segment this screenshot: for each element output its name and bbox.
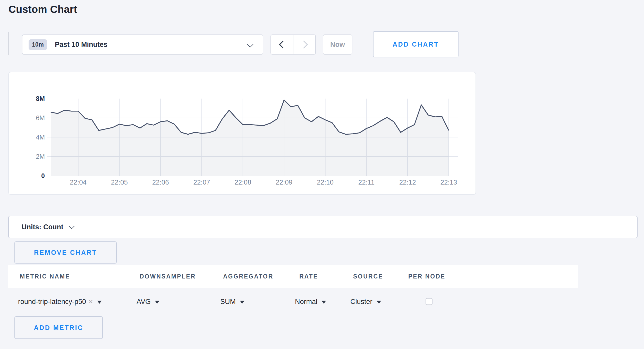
svg-text:8M: 8M (36, 95, 45, 102)
page-title: Custom Chart (9, 4, 77, 15)
svg-text:2M: 2M (36, 153, 45, 160)
aggregator-value: SUM (220, 298, 236, 306)
caret-down-icon (321, 301, 326, 304)
svg-text:22:07: 22:07 (193, 178, 210, 186)
svg-text:6M: 6M (36, 114, 45, 121)
metric-area-chart[interactable]: 02M4M6M8M22:0422:0522:0622:0722:0822:092… (9, 72, 476, 194)
source-dropdown[interactable]: Cluster (350, 290, 381, 313)
time-window-label: Past 10 Minutes (55, 41, 107, 49)
svg-text:22:09: 22:09 (276, 178, 292, 186)
per-node-checkbox[interactable] (426, 298, 433, 305)
column-header-source: SOURCE (353, 265, 383, 288)
downsampler-dropdown[interactable]: AVG (137, 290, 159, 313)
time-window-select[interactable]: 10m Past 10 Minutes (22, 34, 263, 55)
rate-value: Normal (295, 298, 317, 306)
aggregator-dropdown[interactable]: SUM (220, 290, 244, 313)
time-pager (270, 34, 316, 55)
chevron-left-icon (279, 40, 287, 48)
custom-chart-page: Custom Chart 10m Past 10 Minutes Now ADD… (0, 0, 644, 349)
svg-text:0: 0 (41, 172, 45, 179)
rate-dropdown[interactable]: Normal (295, 290, 326, 313)
chevron-down-icon (247, 41, 253, 47)
chevron-down-icon (69, 223, 75, 229)
caret-down-icon (377, 301, 381, 304)
caret-down-icon (155, 301, 159, 304)
column-header-metric-name: METRIC NAME (20, 265, 70, 288)
time-next-button[interactable] (293, 35, 315, 54)
svg-text:22:11: 22:11 (358, 178, 375, 186)
chart-card: 02M4M6M8M22:0422:0522:0622:0722:0822:092… (8, 72, 476, 195)
remove-chart-button[interactable]: REMOVE CHART (14, 241, 117, 264)
column-header-rate: RATE (299, 265, 318, 288)
units-label: Units: Count (22, 223, 63, 231)
add-metric-button[interactable]: ADD METRIC (14, 316, 103, 339)
units-select[interactable]: Units: Count (8, 216, 638, 238)
caret-down-icon (240, 301, 244, 304)
time-prev-button[interactable] (271, 35, 293, 54)
toolbar-left-divider (9, 32, 9, 55)
column-header-per-node: PER NODE (408, 265, 445, 288)
svg-text:22:08: 22:08 (234, 178, 251, 186)
column-header-aggregator: AGGREGATOR (223, 265, 273, 288)
metric-name-dropdown[interactable]: round-trip-latency-p50 × (18, 290, 102, 313)
metric-name-value: round-trip-latency-p50 (18, 298, 86, 306)
add-chart-button[interactable]: ADD CHART (373, 31, 459, 57)
svg-text:22:04: 22:04 (70, 178, 87, 186)
chevron-right-icon (300, 40, 308, 48)
column-header-downsampler: DOWNSAMPLER (140, 265, 196, 288)
now-button[interactable]: Now (323, 34, 352, 55)
svg-text:22:06: 22:06 (152, 178, 169, 186)
svg-text:4M: 4M (36, 134, 45, 141)
caret-down-icon (97, 301, 102, 304)
svg-text:22:12: 22:12 (399, 178, 416, 186)
svg-text:22:05: 22:05 (111, 178, 128, 186)
metric-row: round-trip-latency-p50 × AVG SUM Normal … (0, 290, 644, 313)
clear-metric-icon[interactable]: × (89, 298, 93, 306)
downsampler-value: AVG (137, 298, 151, 306)
time-window-badge: 10m (29, 39, 47, 50)
metrics-table-header: METRIC NAME DOWNSAMPLER AGGREGATOR RATE … (8, 265, 578, 288)
svg-text:22:13: 22:13 (440, 178, 457, 186)
svg-text:22:10: 22:10 (317, 178, 334, 186)
source-value: Cluster (350, 298, 372, 306)
